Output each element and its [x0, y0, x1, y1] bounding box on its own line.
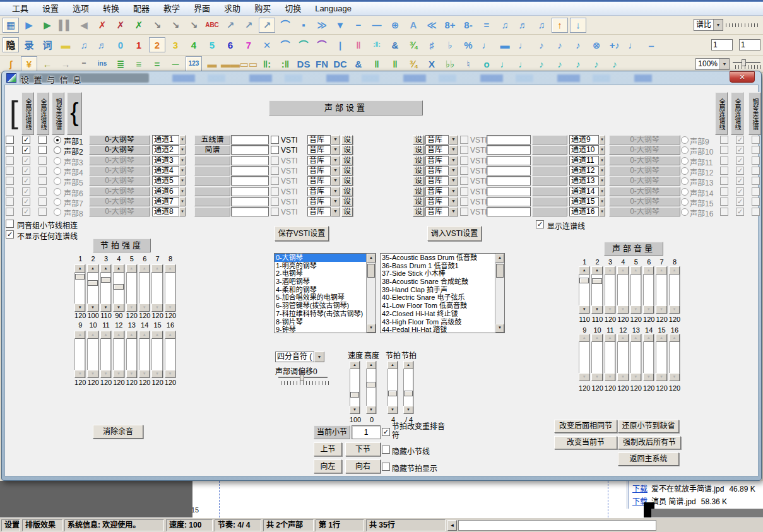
list-item[interactable]: 1-明亮的钢琴 [275, 262, 376, 270]
right-cb2-row15[interactable]: ✓ [736, 198, 744, 206]
menu-item-求助[interactable]: 求助 [217, 2, 247, 15]
barline-icon[interactable]: | [332, 37, 348, 52]
bank-combo-9[interactable]: 音库 [425, 135, 449, 145]
percent-icon[interactable]: % [460, 37, 476, 52]
volume-slider-12[interactable]: ▲▼ [617, 334, 629, 381]
channel-combo-2[interactable]: 通道2 [152, 145, 179, 155]
channel-spinner-16[interactable]: ▾ [599, 207, 605, 216]
channel-combo-16[interactable]: 通道16 [569, 207, 599, 216]
export-up-icon[interactable]: ↑ [552, 18, 568, 33]
scrollbar[interactable]: ▲▼ [366, 254, 376, 333]
time44-icon[interactable]: ¾ [405, 56, 422, 71]
notation-panel-4[interactable] [194, 166, 230, 175]
down-arrow-icon[interactable]: ▼ [151, 370, 162, 378]
scroll-left-icon[interactable]: ◂ [447, 520, 457, 531]
slur2-icon[interactable]: ⌒ [295, 37, 312, 52]
volume-slider-11[interactable]: ▲▼ [605, 334, 616, 381]
bank-combo-4[interactable]: 音库 [307, 166, 331, 175]
voice-radio-4[interactable] [54, 167, 61, 175]
vsti-path-input-1[interactable] [231, 135, 269, 145]
abc-check-icon[interactable]: ABC [204, 18, 220, 33]
vsti-checkbox-2[interactable] [271, 146, 279, 154]
treble-clef-icon[interactable]: & [387, 37, 403, 52]
pointer-yellow-icon[interactable]: ↗ [240, 18, 257, 33]
thirtysecond-icon[interactable]: ♪ [570, 56, 586, 71]
instrument-button-15[interactable]: 0-大钢琴 [609, 197, 680, 206]
dash-icon[interactable]: ─ [167, 56, 184, 71]
text-icon[interactable]: A [405, 18, 422, 33]
measure-number-input-1[interactable] [711, 39, 733, 50]
down-arrow-icon[interactable]: ▼ [605, 373, 615, 381]
left-cb3-row2[interactable] [38, 146, 47, 154]
voice-offset-thumb[interactable] [300, 374, 304, 381]
set-button-16[interactable]: 设 [413, 207, 424, 216]
cross-icon[interactable]: ✕ [259, 37, 275, 52]
slider-thumb[interactable] [388, 391, 397, 396]
slider-track[interactable] [605, 275, 615, 305]
right-empty-button-10[interactable] [532, 145, 567, 155]
voice-radio-13[interactable] [681, 177, 689, 185]
sax-icon[interactable]: ʃ [3, 56, 19, 71]
scrollbar-thumb[interactable] [496, 264, 504, 278]
notation-panel-6[interactable] [194, 187, 230, 196]
voice-radio-7[interactable] [54, 198, 61, 206]
right-cb2-row12[interactable]: ✓ [736, 167, 744, 175]
slider-track[interactable] [151, 339, 162, 370]
pointer-red-icon[interactable]: ↗ [222, 18, 239, 33]
right-cb2-row16[interactable]: ✓ [736, 208, 744, 216]
next-measure-button[interactable]: 下节 [345, 442, 381, 456]
ghost-note-icon[interactable]: ♪ [570, 37, 586, 52]
down-arrow-icon[interactable]: ▼ [630, 305, 641, 314]
down-arrow-icon[interactable]: ▼ [591, 305, 602, 314]
voice-volume-header[interactable]: 声部音量 [604, 242, 663, 256]
volume-slider-13[interactable]: ▲▼ [630, 334, 642, 381]
slider-thumb[interactable] [367, 382, 376, 387]
up-arrow-icon[interactable]: ▲ [100, 331, 111, 339]
volume-slider-7[interactable]: ▲▼ [656, 266, 667, 314]
vsti-path-input-10[interactable] [487, 145, 531, 155]
left-cb3-row8[interactable] [38, 208, 47, 216]
pitch-slider[interactable]: ▲▼ [366, 361, 377, 414]
delete-confirm-icon[interactable]: ✗ [131, 18, 147, 33]
set-button-1[interactable]: 设 [341, 135, 353, 145]
up-arrow-icon[interactable]: ▲ [100, 264, 111, 273]
voice-radio-9[interactable] [681, 136, 689, 144]
arrow-left-icon[interactable]: ← [39, 56, 56, 71]
left-cb2-row3[interactable]: ✓ [22, 157, 30, 165]
delete-measure-icon[interactable]: ✗ [112, 18, 129, 33]
beat-top-slider[interactable]: ▲▼ [387, 361, 398, 414]
instrument-button-12[interactable]: 0-大钢琴 [609, 166, 680, 175]
beat-strength-slider-13[interactable]: ▲▼ [126, 331, 138, 378]
vsti-checkbox-6[interactable] [271, 187, 279, 196]
up-arrow-icon[interactable]: ▲ [87, 331, 98, 339]
left-cb2-row7[interactable]: ✓ [22, 198, 30, 206]
beat-strength-slider-5[interactable]: ▲▼ [126, 264, 138, 312]
notation-panel-3[interactable] [194, 156, 230, 165]
instrument-listbox[interactable]: 0-大钢琴1-明亮的钢琴2-电钢琴3-酒吧钢琴4-柔和的钢琴5-加合唱效果的电钢… [274, 253, 376, 333]
pointer-rgb-icon[interactable]: ↗ [259, 18, 275, 33]
volume-slider-14[interactable]: ▲▼ [643, 334, 654, 381]
notation-panel-7[interactable] [194, 197, 230, 206]
left-cb3-row6[interactable] [38, 187, 47, 196]
instrument-button-2[interactable]: 0-大钢琴 [89, 145, 150, 155]
up-arrow-icon[interactable]: ▲ [656, 266, 666, 275]
right-cb1-row15[interactable] [720, 198, 728, 206]
eighth2-icon[interactable]: ♪ [533, 56, 550, 71]
slider-thumb[interactable] [350, 392, 359, 398]
slider-track[interactable] [669, 275, 680, 305]
bottom-button-强制改后所有节[interactable]: 强制改后所有节 [618, 436, 681, 449]
save-vsti-button[interactable]: 保存VSTI设置 [275, 226, 329, 241]
set-button-12[interactable]: 设 [413, 166, 424, 175]
channel-combo-15[interactable]: 通道15 [569, 197, 599, 206]
up-arrow-icon[interactable]: ▲ [643, 266, 654, 275]
beat-strength-slider-16[interactable]: ▲▼ [165, 331, 176, 378]
up-arrow-icon[interactable]: ▲ [605, 266, 615, 275]
set-button-4[interactable]: 设 [341, 166, 353, 175]
slider-track[interactable] [656, 275, 666, 305]
bank-combo-11[interactable]: 音库 [425, 156, 449, 165]
right-cb3-row10[interactable] [752, 146, 760, 154]
right-cb1-row12[interactable] [720, 167, 728, 175]
list-item[interactable]: 4-柔和的钢琴 [275, 286, 376, 294]
bank-combo-16[interactable]: 音库 [425, 207, 449, 216]
bottom-button-改变当前节[interactable]: 改变当前节 [554, 436, 617, 449]
